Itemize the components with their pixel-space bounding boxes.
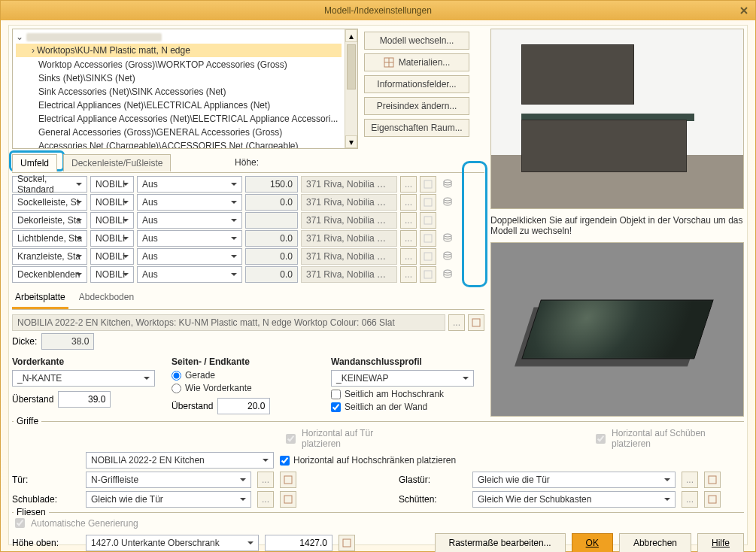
priceindex-button[interactable]: Preisindex ändern... xyxy=(364,97,469,115)
row-type-combo[interactable]: Sockel, Standard xyxy=(12,176,87,193)
ueberstand-seite-input[interactable] xyxy=(217,398,270,414)
tab-abdeckboden[interactable]: Abdeckboden xyxy=(76,289,137,309)
tree-selected[interactable]: ›Worktops\KU-NM Plastic matt, N edge xyxy=(16,44,342,57)
hoehe-oben-input[interactable] xyxy=(265,535,332,551)
worktop-more-button[interactable]: ... xyxy=(448,314,465,331)
tree-item[interactable]: Electrical Appliances (Net)\ELECTRICAL A… xyxy=(16,99,342,112)
row-type-combo[interactable]: Lichtblende, Sta xyxy=(12,230,87,247)
vorderkante-combo[interactable]: _N-KANTE xyxy=(12,370,155,387)
row-type-combo[interactable]: Deckenblenden xyxy=(12,266,87,283)
svg-point-10 xyxy=(444,252,451,255)
scroll-up-icon[interactable]: ▴ xyxy=(345,29,357,42)
schuett-more[interactable]: ... xyxy=(682,491,698,508)
database-icon[interactable] xyxy=(439,194,456,211)
hoehe-oben-label: Höhe oben: xyxy=(12,538,80,548)
scroll-down-icon[interactable]: ▾ xyxy=(345,135,357,148)
row-type-combo[interactable]: Kranzleiste, Sta xyxy=(12,248,87,265)
row-brand-combo[interactable]: NOBILI xyxy=(90,230,134,247)
tab-umfeld[interactable]: Umfeld xyxy=(12,154,57,171)
griffe-model-combo[interactable]: NOBILIA 2022-2 EN Kitchen xyxy=(86,452,274,469)
tur-more[interactable]: ... xyxy=(257,472,274,488)
svg-point-8 xyxy=(444,234,451,237)
tab-arbeitsplatte[interactable]: Arbeitsplatte xyxy=(12,289,68,309)
tree-scrollbar[interactable]: ▴ ▾ xyxy=(345,29,357,148)
row-height: 0.0 xyxy=(245,266,298,283)
tree-item[interactable]: Sink Accessories (Net)\SINK Accessories … xyxy=(16,85,342,99)
materials-button[interactable]: Materialien... xyxy=(364,53,469,71)
hoehe-mat[interactable] xyxy=(339,535,355,551)
row-info: 371 Riva, Nobilia Kitch xyxy=(301,176,397,193)
material-slab xyxy=(521,300,714,359)
cancel-button[interactable]: Abbrechen xyxy=(619,533,691,552)
tree-item[interactable]: Electrical Appliance Accessories (Net)\E… xyxy=(16,112,342,126)
row-mode-combo[interactable]: Aus xyxy=(137,266,242,283)
row-mat-button[interactable] xyxy=(420,248,436,265)
dicke-label: Dicke: xyxy=(12,336,37,347)
schuett-mat[interactable] xyxy=(704,491,721,508)
raster-button[interactable]: Rastermaße bearbeiten... xyxy=(435,533,566,552)
tree-item[interactable]: General Accessories (Gross)\GENERAL Acce… xyxy=(16,126,342,139)
row-more-button[interactable]: ... xyxy=(400,212,417,229)
radio-wievk[interactable]: Wie Vorderkante xyxy=(172,383,325,393)
row-mat-button[interactable] xyxy=(420,230,436,247)
check-seitlich-wand[interactable]: Seitlich an der Wand xyxy=(331,402,484,412)
row-more-button[interactable]: ... xyxy=(400,248,417,265)
row-mat-button[interactable] xyxy=(420,194,436,211)
hoehe-oben-combo[interactable]: 1427.0 Unterkante Oberschrank xyxy=(86,535,259,551)
row-more-button[interactable]: ... xyxy=(400,194,417,211)
check-horiz-tur: Horizontal auf Tür platzieren xyxy=(283,428,412,449)
row-brand-combo[interactable]: NOBILI xyxy=(90,176,134,193)
check-horiz-hoch[interactable]: Horizontal auf Hochschränken platzieren xyxy=(280,455,456,466)
worktop-mat-button[interactable] xyxy=(468,314,484,331)
row-mode-combo[interactable]: Aus xyxy=(137,230,242,247)
database-icon[interactable] xyxy=(439,248,456,265)
ok-button[interactable]: OK xyxy=(572,533,613,552)
preview-material[interactable] xyxy=(490,242,744,417)
help-button[interactable]: Hilfe xyxy=(697,533,744,552)
database-icon[interactable] xyxy=(439,176,456,193)
row-brand-combo[interactable]: NOBILI xyxy=(90,194,134,211)
row-mode-combo[interactable]: Aus xyxy=(137,212,242,229)
tur-combo[interactable]: N-Griffleiste xyxy=(86,472,251,488)
roomprops-button[interactable]: Eigenschaften Raum... xyxy=(364,119,469,137)
tree-item[interactable]: Worktop Accessories (Gross)\WORKTOP Acce… xyxy=(16,58,342,71)
scroll-thumb[interactable] xyxy=(347,44,356,89)
tree-item[interactable]: Sinks (Net)\SINKS (Net) xyxy=(16,71,342,85)
row-more-button[interactable]: ... xyxy=(400,230,417,247)
row-mat-button[interactable] xyxy=(420,176,436,193)
check-seitlich-hoch[interactable]: Seitlich am Hochschrank xyxy=(331,389,484,399)
database-icon[interactable] xyxy=(439,230,456,247)
row-more-button[interactable]: ... xyxy=(400,176,417,193)
tur-mat[interactable] xyxy=(280,472,296,488)
row-brand-combo[interactable]: NOBILI xyxy=(90,266,134,283)
schub-combo[interactable]: Gleich wie die Tür xyxy=(86,491,251,508)
ueberstand-vk-input[interactable] xyxy=(58,391,111,408)
schub-more[interactable]: ... xyxy=(257,491,274,508)
row-type-combo[interactable]: Sockelleiste, St xyxy=(12,194,87,211)
row-mat-button[interactable] xyxy=(420,212,436,229)
row-brand-combo[interactable]: NOBILI xyxy=(90,248,134,265)
schuett-combo[interactable]: Gleich Wie der Schubkasten xyxy=(472,491,676,508)
preview-3d[interactable] xyxy=(490,29,744,209)
switch-model-button[interactable]: Modell wechseln... xyxy=(364,32,469,50)
glas-mat[interactable] xyxy=(704,472,721,488)
glas-combo[interactable]: Gleich wie die Tür xyxy=(472,472,676,488)
database-icon[interactable] xyxy=(439,266,456,283)
row-type-combo[interactable]: Dekorleiste, Sta xyxy=(12,212,87,229)
row-mode-combo[interactable]: Aus xyxy=(137,248,242,265)
row-mat-button[interactable] xyxy=(420,266,436,283)
row-brand-combo[interactable]: NOBILI xyxy=(90,212,134,229)
glas-more[interactable]: ... xyxy=(682,472,698,488)
wap-combo[interactable]: _KEINEWAP xyxy=(331,370,474,387)
infofields-button[interactable]: Informationsfelder... xyxy=(364,75,469,93)
row-height: 0.0 xyxy=(245,230,298,247)
tree-item[interactable]: Accessories Net (Chargeable)\ACCESSORIES… xyxy=(16,139,342,148)
close-button[interactable] xyxy=(737,4,751,17)
row-mode-combo[interactable]: Aus xyxy=(137,194,242,211)
row-more-button[interactable]: ... xyxy=(400,266,417,283)
row-mode-combo[interactable]: Aus xyxy=(137,176,242,193)
radio-gerade[interactable]: Gerade xyxy=(172,370,325,381)
schub-mat[interactable] xyxy=(280,491,296,508)
catalog-tree[interactable]: ⌄ ›Worktops\KU-NM Plastic matt, N edge W… xyxy=(12,29,358,149)
tab-deckenleiste[interactable]: Deckenleiste/Fußleiste xyxy=(63,154,171,171)
